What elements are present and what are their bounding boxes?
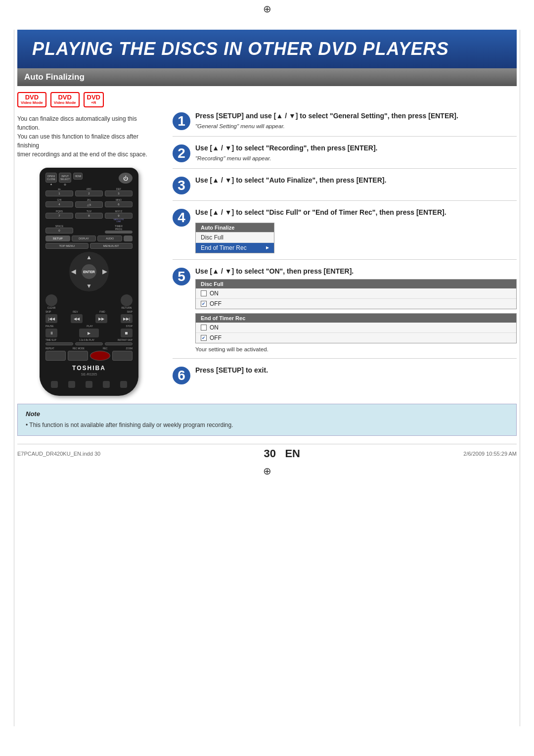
play-btn[interactable]: ▶ — [79, 329, 99, 337]
transport-row-2: ⏸ ▶ ⏹ — [45, 329, 133, 337]
play-mode-btn[interactable] — [75, 342, 103, 345]
function-row — [45, 342, 133, 345]
step-5: 5 Use [▲ / ▼] to select "ON", then press… — [173, 267, 517, 359]
stop-btn[interactable]: ⏹ — [121, 329, 133, 337]
step-2-title: Use [▲ / ▼] to select "Recording", then … — [195, 143, 517, 153]
dpad-left[interactable]: ◀ — [71, 268, 76, 275]
power-btn[interactable]: ⏻ — [119, 173, 133, 184]
time-slip-btn[interactable] — [45, 342, 73, 345]
btn-4[interactable]: 4 — [45, 201, 73, 207]
step-5-title: Use [▲ / ▼] to select "ON", then press [… — [195, 267, 517, 277]
page-number: 30 EN — [264, 447, 300, 460]
step-4-menu: Auto Finalize Disc Full End of Timer Rec — [195, 223, 274, 253]
audio-btn[interactable]: AUDIO — [97, 236, 122, 241]
instant-skip-btn[interactable] — [105, 342, 133, 345]
section-header: Auto Finalizing — [17, 68, 517, 86]
end-timer-box: End of Timer Rec ON ✔ OFF — [195, 313, 517, 343]
step-5-content: Use [▲ / ▼] to select "ON", then press [… — [195, 267, 517, 353]
step-4-number: 4 — [173, 209, 190, 227]
disc-full-off: ✔ OFF — [196, 299, 516, 309]
dpad-up[interactable]: ▲ — [86, 254, 92, 261]
dvd-badge-3: DVD +R — [84, 92, 104, 107]
dpad-down[interactable]: ▼ — [86, 283, 92, 289]
bottom-dot-3 — [86, 381, 92, 388]
return-btn[interactable] — [121, 294, 133, 306]
rec-mode-btn[interactable] — [68, 351, 88, 361]
step-4-title: Use [▲ / ▼] to select "Disc Full" or "En… — [195, 208, 517, 218]
step-3-title: Use [▲ / ▼] to select "Auto Finalize", t… — [195, 176, 517, 186]
margin-line-right — [520, 30, 520, 726]
num-row-4: SPACE 0 TIMERPROG — [45, 225, 133, 234]
input-select-btn[interactable]: INPUTSELECT — [59, 173, 71, 183]
open-close-btn[interactable]: OPEN/CLOSE — [45, 173, 57, 183]
step-6: 6 Press [SETUP] to exit. — [173, 366, 517, 390]
fwd-btn[interactable]: ▶▶ — [95, 314, 107, 323]
end-timer-header: End of Timer Rec — [196, 314, 516, 323]
right-column: 1 Press [SETUP] and use [▲ / ▼] to selec… — [173, 111, 517, 396]
disc-full-off-checkbox[interactable]: ✔ — [201, 301, 207, 307]
step-2-note: "Recording" menu will appear. — [195, 155, 517, 161]
num-row-1: ⊕+ 1 ABC 2 DEF 3 — [45, 188, 133, 196]
rew-btn[interactable]: ◀◀ — [71, 314, 83, 323]
end-timer-on-checkbox[interactable] — [201, 325, 207, 331]
clear-btn[interactable] — [45, 294, 57, 306]
timer-prog-btn[interactable] — [105, 231, 133, 234]
btn-5[interactable]: △5 — [75, 201, 103, 208]
step-4-content: Use [▲ / ▼] to select "Disc Full" or "En… — [195, 208, 517, 253]
btn-6[interactable]: 6 — [105, 201, 133, 207]
btn-8[interactable]: 8 — [75, 213, 103, 219]
btn-2[interactable]: 2 — [75, 190, 103, 196]
enter-btn[interactable]: ENTER — [82, 264, 96, 279]
step-2-content: Use [▲ / ▼] to select "Recording", then … — [195, 143, 517, 162]
hdmi-btn[interactable]: HDMI — [73, 173, 83, 180]
menu-header: Auto Finalize — [196, 223, 274, 233]
btn-3[interactable]: 3 — [105, 190, 133, 196]
repeat-btn[interactable] — [45, 351, 66, 361]
bottom-dot-5 — [120, 381, 127, 388]
remote-container: OPEN/CLOSE ▲ INPUTSELECT ⊕ HDMI ⏻ — [17, 168, 161, 396]
disc-full-box: Disc Full ON ✔ OFF — [195, 279, 517, 309]
step-1-note: "General Setting" menu will appear. — [195, 123, 517, 129]
step-1-number: 1 — [173, 112, 190, 130]
zoom-btn[interactable] — [112, 351, 133, 361]
dpad-right[interactable]: ▶ — [102, 268, 107, 275]
menu-item-end-timer: End of Timer Rec — [196, 243, 274, 253]
left-column: You can finalize discs automatically usi… — [17, 111, 161, 396]
btn-1[interactable]: 1 — [45, 190, 73, 196]
clear-return-row: CLEAR RETURN — [45, 294, 133, 309]
q-btn[interactable] — [124, 236, 133, 241]
display-btn[interactable]: DISPLAY — [72, 236, 96, 241]
step-3-number: 3 — [173, 177, 190, 194]
menu-list-btn[interactable]: MENU/LIST — [90, 243, 133, 249]
remote-bottom-dots — [45, 381, 133, 388]
pause-btn[interactable]: ⏸ — [45, 329, 57, 337]
end-timer-off-checkbox[interactable]: ✔ — [201, 335, 207, 341]
remote-brand: TOSHIBA — [45, 365, 133, 372]
dvd-badge-2: DVD Video Mode — [50, 92, 80, 107]
rec-btn[interactable] — [90, 351, 110, 361]
remote-control: OPEN/CLOSE ▲ INPUTSELECT ⊕ HDMI ⏻ — [40, 168, 138, 396]
footer-file: E7PCAUD_DR420KU_EN.indd 30 — [17, 451, 100, 457]
main-content: You can finalize discs automatically usi… — [17, 111, 517, 396]
step-2-number: 2 — [173, 144, 190, 162]
bottom-dot-1 — [51, 381, 58, 388]
btn-7[interactable]: 7 — [45, 213, 73, 219]
end-timer-on: ON — [196, 323, 516, 333]
skip-back-btn[interactable]: |◀◀ — [45, 314, 57, 323]
step-6-title: Press [SETUP] to exit. — [195, 366, 517, 376]
disc-full-on-checkbox[interactable] — [201, 290, 207, 296]
skip-fwd-btn[interactable]: ▶▶| — [121, 314, 133, 323]
intro-text: You can finalize discs automatically usi… — [17, 114, 161, 159]
end-timer-off: ✔ OFF — [196, 333, 516, 343]
top-menu-btn[interactable]: TOP MENU — [45, 243, 89, 249]
remote-model: SE-R0265 — [45, 373, 133, 376]
dvd-badges-area: DVD Video Mode DVD Video Mode DVD +R — [17, 92, 517, 107]
setup-btn[interactable]: SETUP — [45, 236, 70, 241]
disc-full-on: ON — [196, 288, 516, 299]
btn-0[interactable]: 0 — [45, 228, 73, 234]
page-title: PLAYING THE DISCS IN OTHER DVD PLAYERS — [32, 39, 502, 59]
page-title-bar: PLAYING THE DISCS IN OTHER DVD PLAYERS — [17, 30, 517, 68]
dpad[interactable]: ▲ ▼ ◀ ▶ ENTER — [69, 252, 109, 291]
top-cross-mark: ⊕ — [0, 3, 534, 15]
step-1-content: Press [SETUP] and use [▲ / ▼] to select … — [195, 111, 517, 130]
